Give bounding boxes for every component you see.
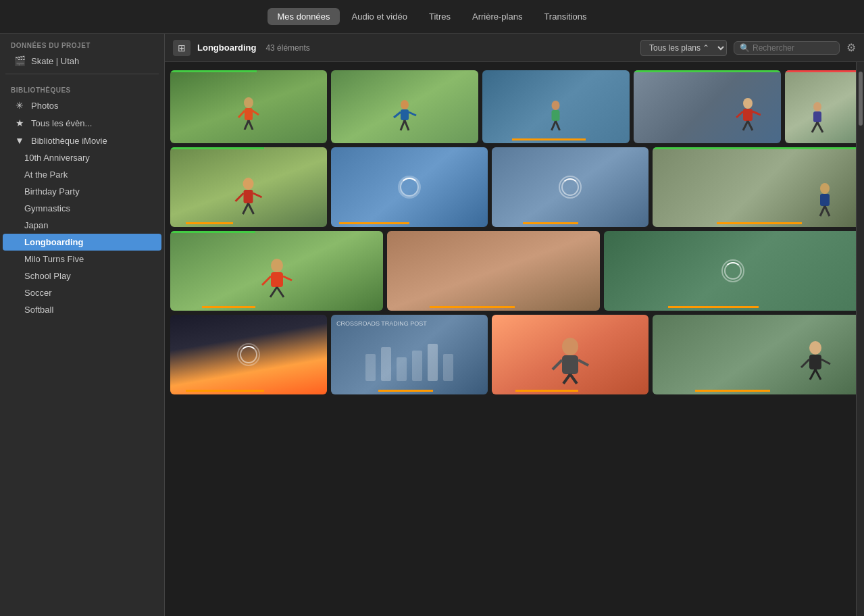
top-bar: Mes données Audio et vidéo Titres Arrièr… [0,0,864,34]
svg-line-35 [825,206,830,216]
svg-line-18 [743,121,748,130]
video-clip[interactable] [331,147,488,227]
star-icon: ★ [14,118,26,128]
svg-point-0 [244,97,253,108]
svg-point-42 [562,338,578,355]
svg-point-6 [401,100,409,109]
content-title: Longboarding [197,43,256,53]
filter-select[interactable]: Tous les plans ⌃ [640,40,727,56]
search-input[interactable] [753,43,834,53]
svg-point-32 [820,183,830,194]
sidebar-item-birthday-party[interactable]: Birthday Party [3,183,161,200]
svg-line-2 [245,120,249,130]
video-clip[interactable] [492,147,649,227]
svg-point-26 [243,178,254,190]
video-clip[interactable] [634,70,781,143]
sidebar-item-bibliotheque[interactable]: ▼ Bibliothèque iMovie [3,132,161,149]
svg-line-41 [283,276,292,280]
sidebar-item-soccer[interactable]: Soccer [3,284,161,301]
svg-line-24 [812,122,817,132]
toggle-sidebar-button[interactable]: ⊞ [173,40,190,56]
video-row-4: CROSSROADS TRADING POST [170,315,848,394]
svg-line-45 [570,374,577,384]
sidebar-item-birthday-label: Birthday Party [24,186,80,197]
video-clip[interactable] [604,231,856,311]
sidebar: DONNÉES DU PROJET 🎬 Skate | Utah BIBLIOT… [0,34,165,616]
libraries-section-label: BIBLIOTHÈQUES [0,78,164,97]
svg-line-10 [394,112,401,118]
sidebar-item-softball[interactable]: Softball [3,301,161,318]
sidebar-item-gymnastics-label: Gymnastics [24,203,70,213]
svg-line-46 [553,360,562,369]
svg-line-50 [810,369,815,380]
clapperboard-icon: 🎬 [14,55,26,66]
svg-rect-7 [401,109,409,120]
video-clip[interactable] [785,70,856,143]
tab-mes-donnees[interactable]: Mes données [268,8,339,25]
tab-titres[interactable]: Titres [420,8,460,25]
gear-button[interactable]: ⚙ [846,41,856,54]
svg-line-11 [409,112,416,116]
svg-line-3 [249,120,253,130]
sidebar-item-japan-label: Japan [24,220,48,230]
sidebar-item-10th-label: 10th Anniversary [24,153,90,163]
search-box: 🔍 [734,41,840,55]
svg-line-19 [748,121,753,130]
content-toolbar: ⊞ Longboarding 43 éléments Tous les plan… [165,34,864,62]
sidebar-item-milo-turns-five[interactable]: Milo Turns Five [3,251,161,267]
video-clip[interactable] [482,70,630,143]
video-clip[interactable] [653,147,856,227]
scroll-thumb[interactable] [859,72,863,126]
svg-line-28 [243,203,249,214]
svg-point-12 [552,101,560,110]
svg-line-25 [817,122,823,132]
project-name: Skate | Utah [31,56,79,66]
video-clip[interactable] [170,231,383,311]
video-clip[interactable] [653,315,856,394]
sidebar-item-school-play[interactable]: School Play [3,267,161,284]
svg-line-4 [238,111,245,118]
svg-line-40 [262,276,271,285]
svg-line-21 [753,111,761,115]
sidebar-item-project[interactable]: 🎬 Skate | Utah [3,52,161,70]
sidebar-item-japan[interactable]: Japan [3,217,161,234]
scrollbar[interactable] [856,62,864,616]
sidebar-item-at-the-park[interactable]: At the Park [3,166,161,183]
tab-arriere-plans[interactable]: Arrière-plans [463,8,532,25]
video-clip[interactable] [387,231,600,311]
sidebar-item-photos-label: Photos [31,101,58,111]
photos-icon: ✳ [14,100,26,111]
sidebar-item-gymnastics[interactable]: Gymnastics [3,200,161,217]
video-clip[interactable] [492,315,649,394]
svg-line-29 [249,203,254,214]
svg-line-5 [253,111,259,115]
search-icon: 🔍 [740,43,750,53]
svg-line-51 [815,369,821,380]
sidebar-item-tous-evenements[interactable]: ★ Tous les évèn... [3,114,161,132]
svg-line-20 [736,111,743,118]
tab-audio-video[interactable]: Audio et vidéo [342,8,417,25]
content-area: ⊞ Longboarding 43 éléments Tous les plan… [165,34,864,616]
video-clip[interactable] [331,70,478,143]
video-row-3 [170,231,848,311]
svg-line-9 [405,120,409,130]
video-clip[interactable]: CROSSROADS TRADING POST [331,315,488,394]
svg-line-38 [270,287,277,297]
svg-line-30 [236,193,244,201]
svg-line-31 [253,193,262,197]
sidebar-item-longboarding[interactable]: Longboarding [3,234,161,251]
video-grid: CROSSROADS TRADING POST [165,62,856,616]
sidebar-item-milo-label: Milo Turns Five [24,254,84,264]
divider [5,74,159,74]
sidebar-item-photos[interactable]: ✳ Photos [3,97,161,114]
video-clip[interactable] [170,147,327,227]
tab-transitions[interactable]: Transitions [534,8,596,25]
sidebar-item-10th-anniversary[interactable]: 10th Anniversary [3,149,161,166]
video-row-1 [170,70,848,143]
svg-point-48 [809,341,821,355]
svg-line-44 [563,374,570,384]
svg-line-53 [821,359,830,364]
svg-rect-23 [813,111,821,122]
video-clip[interactable] [170,315,327,394]
video-clip[interactable] [170,70,327,143]
